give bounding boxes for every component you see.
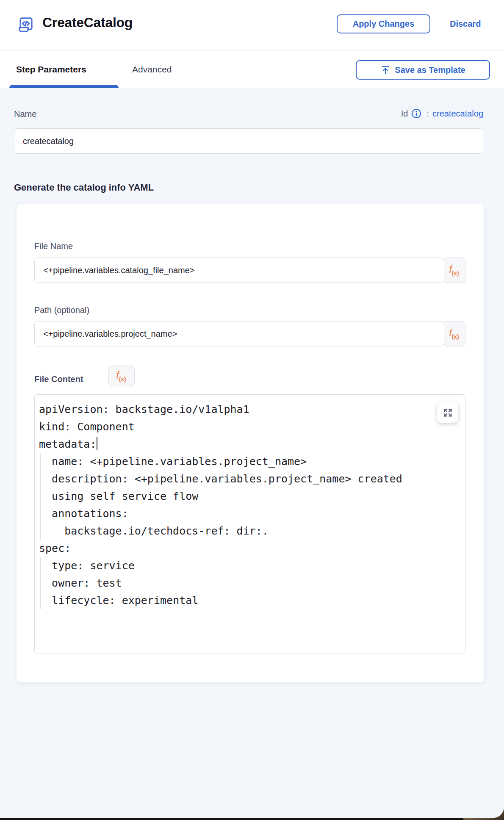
fullscreen-expand-icon — [443, 407, 453, 418]
name-label: Name — [14, 109, 36, 119]
id-separator: : — [426, 109, 429, 119]
step-template-icon — [16, 15, 36, 35]
file-name-fx-button[interactable]: f(x) — [443, 258, 465, 283]
tab-advanced[interactable]: Advanced — [132, 50, 172, 88]
step-id-row: Id : createcatalog — [401, 108, 483, 119]
code-line: type: service — [39, 557, 462, 574]
indent-guide — [40, 522, 41, 540]
indent-guide — [40, 574, 41, 592]
yaml-code: apiVersion: backstage.io/v1alpha1kind: C… — [39, 401, 462, 609]
discard-button[interactable]: Discard — [447, 19, 483, 29]
indent-guide — [40, 505, 41, 522]
text-cursor — [97, 437, 97, 450]
file-content-fx-button[interactable]: f(x) — [108, 366, 135, 387]
path-fx-button[interactable]: f(x) — [443, 321, 465, 346]
path-group: f(x) — [34, 321, 465, 346]
indent-guide — [40, 453, 41, 470]
file-content-editor[interactable]: apiVersion: backstage.io/v1alpha1kind: C… — [34, 394, 465, 654]
code-line: lifecycle: experimental — [39, 592, 462, 609]
code-line: owner: test — [39, 574, 462, 592]
code-line: kind: Component — [39, 418, 462, 435]
file-content-label: File Content — [34, 374, 83, 384]
expand-editor-button[interactable] — [437, 402, 458, 423]
apply-changes-button[interactable]: Apply Changes — [337, 14, 430, 33]
save-as-template-button[interactable]: Save as Template — [356, 60, 490, 80]
code-line: description: <+pipeline.variables.projec… — [39, 470, 462, 488]
page-title: CreateCatalog — [42, 13, 133, 32]
upload-icon — [380, 65, 390, 75]
code-line: annotations: — [39, 505, 462, 522]
indent-guide — [54, 522, 54, 540]
path-label: Path (optional) — [34, 305, 89, 315]
code-line: apiVersion: backstage.io/v1alpha1 — [39, 401, 462, 418]
code-line: metadata: — [39, 435, 462, 453]
apply-changes-label: Apply Changes — [353, 19, 415, 29]
tab-bar: Step Parameters Advanced Save as Templat… — [0, 50, 504, 88]
file-name-label: File Name — [34, 241, 73, 251]
fx-icon: f(x) — [446, 327, 462, 340]
id-label: Id — [401, 109, 408, 119]
step-config-panel: CreateCatalog Apply Changes Discard Step… — [0, 0, 504, 818]
indent-guide — [40, 592, 41, 609]
file-name-input[interactable] — [34, 258, 444, 283]
header-bar: CreateCatalog Apply Changes Discard — [0, 0, 504, 50]
step-id-value[interactable]: createcatalog — [432, 109, 483, 119]
indent-guide — [40, 470, 41, 488]
path-input[interactable] — [34, 321, 444, 346]
indent-guide — [40, 557, 41, 574]
code-line: name: <+pipeline.variables.project_name> — [39, 453, 462, 470]
code-line: spec: — [39, 540, 462, 557]
code-line: using self service flow — [39, 488, 462, 505]
fx-icon: f(x) — [446, 264, 462, 277]
section-heading: Generate the catalog info YAML — [14, 182, 154, 193]
file-name-group: f(x) — [34, 258, 465, 283]
tab-step-parameters[interactable]: Step Parameters — [16, 50, 86, 88]
fx-icon: f(x) — [113, 370, 130, 382]
step-parameters-panel: Name Id : createcatalog Generate the cat… — [0, 88, 504, 818]
name-input[interactable] — [14, 128, 483, 154]
info-icon[interactable] — [411, 108, 421, 119]
code-line: backstage.io/techdocs-ref: dir:. — [39, 522, 462, 540]
save-as-template-label: Save as Template — [395, 65, 465, 75]
indent-guide — [40, 488, 41, 505]
active-tab-indicator — [9, 85, 119, 88]
catalog-form-card: File Name f(x) Path (optional) f(x) File… — [16, 204, 485, 683]
